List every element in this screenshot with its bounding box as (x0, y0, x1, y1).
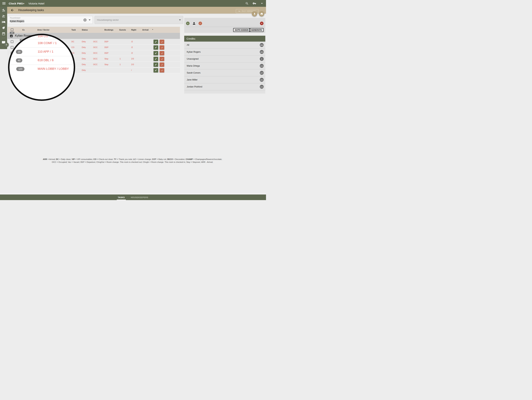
tab-tasks[interactable]: TASKS (118, 195, 125, 200)
housekeeper-filter-value: Kylian Rogers (10, 20, 24, 23)
check-icon (161, 69, 163, 72)
lens-credits-badge: 120 (16, 67, 25, 71)
clear-filter-icon[interactable]: ✕ (83, 18, 87, 22)
complete-task-button[interactable] (160, 40, 164, 44)
property-name: Victoria Hotel (28, 2, 44, 5)
complete-task-button[interactable] (160, 63, 164, 67)
edit-task-button[interactable] (153, 68, 158, 72)
col-area: Area / Sector (37, 27, 50, 33)
credits-count-badge: 147 (260, 71, 264, 75)
key-icon[interactable] (253, 1, 256, 5)
tab-housekeepers[interactable]: HOUSEKEEPERS (131, 195, 148, 200)
assign-divider (186, 27, 264, 27)
help-button[interactable]: ? (4, 43, 9, 47)
housekeeper-filter-label: Housekeeper (10, 17, 20, 19)
credits-count-badge: 6 (260, 57, 264, 61)
edit-task-button[interactable] (153, 45, 158, 50)
cell-occupancy: OCC (93, 46, 97, 48)
bottom-gradient (0, 193, 266, 195)
housekeeper-filter[interactable]: Housekeeper Kylian Rogers ✕ (7, 16, 93, 24)
credits-count-badge: 280 (260, 50, 264, 54)
credits-item-jane-miller[interactable]: Jane Miller 181 (184, 76, 265, 83)
complete-task-button[interactable] (160, 57, 164, 61)
print-icon (260, 13, 263, 15)
confirm-icon[interactable]: ✓ (198, 22, 202, 25)
add-icon[interactable]: + (186, 22, 190, 25)
edit-task-button[interactable] (153, 57, 158, 61)
legend-line-2: OCC = Occupied; Vac = Vacant; DEP = Depa… (7, 161, 257, 164)
cell-night: /2 (131, 40, 133, 43)
pencil-icon (155, 63, 157, 66)
credits-item-all[interactable]: All 886 (184, 42, 265, 49)
calendar-icon[interactable] (2, 32, 5, 36)
cell-status: Dirty (82, 69, 86, 71)
pencil-icon (155, 58, 157, 60)
col-star: * (152, 27, 153, 33)
lens-row-label: 108 COMF / 1 (38, 41, 57, 45)
select-all-checkbox[interactable] (11, 28, 13, 31)
col-task: Task (71, 27, 76, 33)
housekeeper-caret-icon[interactable] (89, 19, 90, 20)
cell-booking: DEP (104, 40, 108, 43)
pencil-icon (155, 41, 157, 43)
cell-night: /2 (131, 52, 133, 54)
credits-item-kylian-rogers[interactable]: Kylian Rogers 280 (184, 49, 265, 56)
cell-status: Dirty (82, 46, 86, 48)
cell-occupancy: OCC (93, 52, 97, 54)
bed-icon[interactable] (2, 20, 5, 24)
pencil-icon (155, 46, 157, 49)
pencil-icon (155, 69, 157, 71)
cell-night: 2/3 (131, 63, 134, 65)
leaf-icon[interactable] (2, 26, 5, 30)
check-icon (161, 63, 163, 66)
row-checkbox[interactable] (11, 46, 13, 49)
legend-line-1: ARR = Arrival; DC = Daily clean; VIP = V… (7, 158, 257, 161)
download-icon (253, 13, 256, 15)
menu-icon[interactable] (2, 2, 6, 5)
table-header: Cr. Area / Sector Task Status Bookings G… (7, 27, 180, 33)
print-button[interactable] (259, 11, 264, 16)
account-caret-icon[interactable] (260, 1, 264, 5)
cell-night: /2 (131, 46, 133, 48)
cell-booking: Stay (104, 63, 108, 65)
sector-filter[interactable]: Housekeeping sector (95, 16, 183, 24)
complete-task-button[interactable] (160, 68, 164, 72)
complete-task-button[interactable] (160, 51, 164, 55)
cell-task: DC (71, 40, 74, 43)
pencil-icon (155, 52, 157, 54)
sector-filter-placeholder: Housekeeping sector (97, 19, 119, 21)
cell-status: Dirty (82, 52, 86, 54)
credits-item-maria-ortega[interactable]: Maria Ortega 131 (184, 63, 265, 70)
cell-guests: 1 (120, 63, 121, 65)
cell-task: CO (71, 46, 75, 48)
sidebar-divider (2, 38, 5, 38)
flight-takeoff-icon[interactable] (2, 14, 5, 18)
page-title: Housekeeping tasks (18, 9, 44, 12)
credits-item-jordan-pickford[interactable]: Jordan Pickford 141 (184, 83, 265, 90)
search-icon[interactable] (245, 1, 249, 5)
back-arrow-icon[interactable] (10, 8, 14, 12)
credits-title: Credits: (184, 36, 265, 42)
download-button[interactable] (252, 11, 257, 16)
edit-task-button[interactable] (153, 51, 158, 55)
flight-land-icon[interactable] (2, 8, 5, 12)
generate-button[interactable]: GENERATE (249, 28, 264, 32)
edit-task-button[interactable] (153, 40, 158, 44)
credits-item-sarah-conors[interactable]: Sarah Conors 147 (184, 70, 265, 76)
complete-task-button[interactable] (160, 45, 164, 50)
row-checkbox[interactable] (11, 40, 13, 43)
col-cr: Cr. (22, 27, 25, 33)
cell-occupancy: OCC (93, 40, 97, 43)
close-icon[interactable]: ✕ (260, 22, 264, 25)
edit-task-button[interactable] (153, 63, 158, 67)
lens-row-label: 110 APP / 1 (38, 50, 53, 54)
cell-status: Dirty (82, 63, 86, 65)
sector-caret-icon[interactable] (179, 19, 181, 20)
auto-assign-button[interactable]: AUTO ASSIGN (233, 28, 250, 32)
credits-item-unassigned[interactable]: Unassigned 6 (184, 56, 265, 63)
group-credits-badge: 280 (10, 32, 14, 34)
cell-status: Dirty (82, 40, 86, 43)
assign-person-icon[interactable] (192, 22, 196, 25)
cell-booking: DEP (104, 52, 108, 54)
col-status: Status (82, 27, 88, 33)
